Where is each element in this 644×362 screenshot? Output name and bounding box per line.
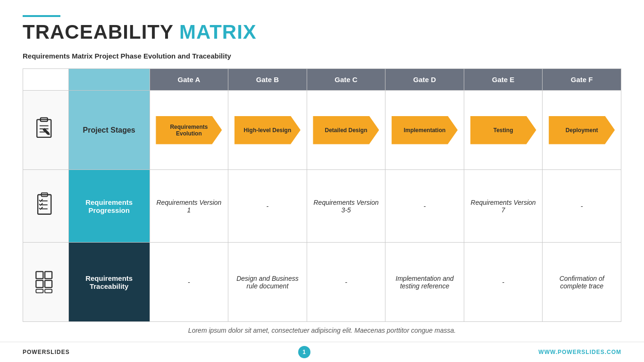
- arrow-implementation: Implementation: [387, 116, 462, 144]
- grid-matrix-icon: [32, 267, 60, 295]
- header-label-col: [68, 69, 150, 91]
- progression-cell-d: -: [385, 170, 464, 243]
- header-row: Gate A Gate B Gate C Gate D Gate E Gate …: [23, 69, 621, 91]
- arrow-deployment: Deployment: [544, 116, 619, 144]
- arrow-body-d: Implementation: [392, 116, 458, 144]
- stages-gate-a: Requirements Evolution: [150, 91, 228, 170]
- matrix-table: Gate A Gate B Gate C Gate D Gate E Gate …: [23, 68, 621, 322]
- stages-label: Project Stages: [83, 126, 135, 134]
- progression-icon-cell: [23, 170, 69, 243]
- svg-rect-16: [36, 289, 43, 293]
- arrow-body-c: Detailed Design: [313, 116, 379, 144]
- progression-row: Requirements Progression Requirements Ve…: [23, 170, 621, 243]
- arrow-body-f: Deployment: [549, 116, 615, 144]
- progression-cell-a: Requirements Version 1: [150, 170, 228, 243]
- clipboard-pencil-icon: [32, 115, 60, 143]
- title-bar: TRACEABILITY MATRIX: [23, 15, 621, 43]
- traceability-label: Requirements Traceability: [85, 274, 133, 290]
- arrow-high-level: High-level Design: [230, 116, 305, 144]
- progression-label-cell: Requirements Progression: [68, 170, 150, 243]
- traceability-row: Requirements Traceability - Design and B…: [23, 243, 621, 322]
- progression-cell-c: Requirements Version 3-5: [307, 170, 385, 243]
- header-gate-b: Gate B: [228, 69, 307, 91]
- progression-cell-b: -: [228, 170, 307, 243]
- footer-brand-left: POWERSLIDES: [23, 349, 70, 355]
- stages-gate-b: High-level Design: [228, 91, 307, 170]
- traceability-cell-f: Confirmation of complete trace: [543, 243, 621, 322]
- header-gate-d: Gate D: [385, 69, 464, 91]
- traceability-cell-e: -: [464, 243, 543, 322]
- traceability-label-cell: Requirements Traceability: [68, 243, 150, 322]
- page-footer: POWERSLIDES 1 WWW.POWERSLIDES.COM: [0, 342, 644, 362]
- title-accent: [23, 15, 60, 17]
- page-number: 1: [298, 346, 310, 358]
- title-row: TRACEABILITY MATRIX: [23, 21, 621, 43]
- subtitle: Requirements Matrix Project Phase Evolut…: [23, 52, 621, 60]
- arrow-detailed: Detailed Design: [309, 116, 384, 144]
- footer-note: Lorem ipsum dolor sit amet, consectetuer…: [23, 322, 621, 337]
- svg-rect-14: [36, 280, 43, 287]
- svg-rect-13: [45, 271, 52, 278]
- stages-gate-d: Implementation: [385, 91, 464, 170]
- progression-cell-f: -: [543, 170, 621, 243]
- stages-gate-f: Deployment: [543, 91, 621, 170]
- svg-rect-15: [45, 280, 52, 287]
- traceability-cell-b: Design and Business rule document: [228, 243, 307, 322]
- traceability-icon-cell: [23, 243, 69, 322]
- stages-label-cell: Project Stages: [68, 91, 150, 170]
- stages-icon-cell: [23, 91, 69, 170]
- title-teal: MATRIX: [179, 21, 257, 43]
- title-black: TRACEABILITY: [23, 21, 174, 43]
- stages-gate-c: Detailed Design: [307, 91, 385, 170]
- progression-label: Requirements Progression: [85, 198, 133, 214]
- traceability-cell-c: -: [307, 243, 385, 322]
- arrow-testing: Testing: [466, 116, 541, 144]
- checklist-icon: [32, 191, 60, 219]
- header-icon-col: [23, 69, 69, 91]
- stages-gate-e: Testing: [464, 91, 543, 170]
- svg-rect-12: [36, 271, 43, 278]
- traceability-cell-d: Implementation and testing reference: [385, 243, 464, 322]
- header-gate-f: Gate F: [543, 69, 621, 91]
- main-content: TRACEABILITY MATRIX Requirements Matrix …: [0, 0, 644, 342]
- stages-row: Project Stages Requirements Evolution Hi…: [23, 91, 621, 170]
- arrow-body-b: High-level Design: [234, 116, 301, 144]
- footer-brand-right: WWW.POWERSLIDES.COM: [538, 349, 621, 355]
- traceability-cell-a: -: [150, 243, 228, 322]
- header-gate-c: Gate C: [307, 69, 385, 91]
- progression-cell-e: Requirements Version 7: [464, 170, 543, 243]
- header-gate-e: Gate E: [464, 69, 543, 91]
- arrow-body-a: Requirements Evolution: [156, 116, 222, 144]
- arrow-body-e: Testing: [470, 116, 536, 144]
- svg-rect-17: [45, 289, 52, 293]
- header-gate-a: Gate A: [150, 69, 228, 91]
- arrow-req-evolution: Requirements Evolution: [152, 116, 226, 144]
